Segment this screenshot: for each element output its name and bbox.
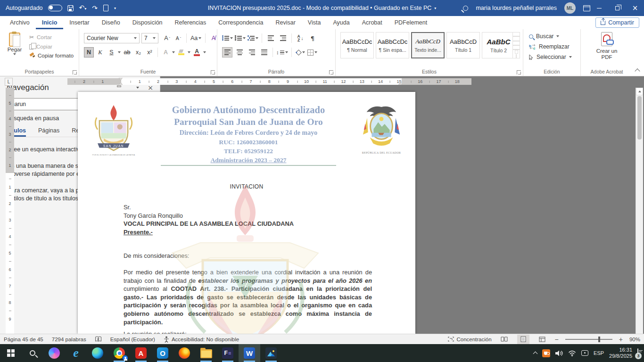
increase-indent-button[interactable] (278, 33, 288, 43)
format-painter-button[interactable]: Copiar formato (29, 53, 74, 58)
subscript-button[interactable]: x₂ (133, 47, 143, 58)
zoom-slider-thumb[interactable] (598, 337, 600, 342)
taskbar-search-button[interactable] (22, 344, 43, 362)
read-mode-icon[interactable] (498, 335, 511, 344)
style-normal[interactable]: AaBbCcDc ¶ Normal (340, 32, 374, 58)
tab-acrobat[interactable]: Acrobat (356, 16, 388, 29)
show-marks-button[interactable]: ¶ (307, 33, 318, 43)
style-sin-espaciado[interactable]: AaBbCcDc ¶ Sin espa... (376, 32, 409, 58)
first-line-indent-marker[interactable] (119, 78, 123, 81)
close-button[interactable]: × (626, 0, 644, 16)
font-dialog-launcher-icon[interactable] (211, 70, 215, 74)
qat-customize-icon[interactable]: ▾ (114, 6, 116, 10)
tab-diseno[interactable]: Diseño (96, 16, 126, 29)
justify-button[interactable] (259, 47, 269, 58)
redo-icon[interactable]: ↷ (92, 5, 98, 11)
align-center-button[interactable] (234, 47, 245, 58)
tab-disposicion[interactable]: Disposición (126, 16, 169, 29)
highlight-button[interactable] (176, 47, 186, 58)
tab-correspondencia[interactable]: Correspondencia (212, 16, 269, 29)
decrease-indent-button[interactable] (265, 33, 276, 43)
language-indicator[interactable]: Español (Ecuador) (110, 337, 155, 342)
restore-button[interactable] (608, 0, 626, 16)
superscript-button[interactable]: x² (145, 47, 155, 58)
proofing-icon[interactable] (95, 336, 102, 342)
font-color-button[interactable]: A (192, 47, 202, 58)
bullet-list-button[interactable] (222, 33, 233, 43)
ribbon-display-options-icon[interactable] (583, 5, 590, 11)
grow-font-button[interactable]: Aˆ (162, 33, 172, 43)
styles-gallery-more-icon[interactable] (512, 49, 520, 58)
tab-archivo[interactable]: Archivo (4, 16, 36, 29)
hanging-indent-marker[interactable] (119, 82, 123, 85)
style-titulo-1[interactable]: AaBbCcD Título 1 (446, 32, 480, 58)
align-left-button[interactable] (222, 47, 232, 58)
tray-expand-icon[interactable] (533, 352, 538, 356)
keyboard-language[interactable]: ESP (594, 350, 604, 356)
change-case-button[interactable]: Aa (190, 33, 202, 43)
undo-icon[interactable]: ↶▾ (79, 4, 87, 12)
navigation-chevron-icon[interactable] (136, 87, 139, 89)
font-family-select[interactable]: Courier New (84, 33, 140, 43)
volume-icon[interactable] (555, 350, 563, 356)
web-layout-icon[interactable] (536, 335, 548, 344)
sort-button[interactable]: AZ↓ (295, 33, 305, 43)
outlook-button[interactable]: O (152, 344, 173, 362)
acrobat-button[interactable]: A (130, 344, 152, 362)
navpane-tab-paginas[interactable]: Páginas (38, 127, 59, 137)
horizontal-ruler[interactable]: 21 123456789101112131415 161718 (67, 78, 471, 85)
replace-button[interactable]: bc Reemplazar (529, 43, 572, 50)
shading-button[interactable] (295, 47, 305, 58)
new-document-icon[interactable] (103, 5, 108, 11)
paragraph-dialog-launcher-icon[interactable] (329, 70, 333, 74)
notification-center-button[interactable]: 3 (637, 349, 638, 357)
title-chevron-icon[interactable]: ▾ (434, 6, 436, 10)
line-spacing-button[interactable]: ↕ (276, 47, 288, 58)
style-titulo-2[interactable]: AaBbC Título 2 (482, 32, 515, 58)
find-button[interactable]: Buscar (529, 33, 572, 40)
chrome-button[interactable] (108, 344, 130, 362)
zoom-in-button[interactable]: + (619, 336, 623, 343)
connect-icon[interactable] (581, 350, 588, 356)
styles-scroll-up-icon[interactable] (512, 32, 520, 41)
internet-explorer-button[interactable]: e (65, 344, 87, 362)
borders-button[interactable] (307, 47, 318, 58)
tab-pdfelement[interactable]: PDFelement (388, 16, 433, 29)
tab-vista[interactable]: Vista (302, 16, 327, 29)
styles-scroll-down-icon[interactable] (512, 41, 520, 50)
clipboard-dialog-launcher-icon[interactable] (73, 70, 77, 74)
tab-referencias[interactable]: Referencias (169, 16, 213, 29)
font-size-select[interactable]: 7 (141, 33, 158, 43)
java-update-icon[interactable] (542, 349, 550, 357)
minimize-button[interactable] (590, 0, 608, 16)
autosave-toggle[interactable] (48, 5, 62, 11)
photos-button[interactable] (260, 344, 282, 362)
edge-button[interactable] (87, 344, 108, 362)
word-button[interactable]: W (239, 344, 260, 362)
wifi-icon[interactable] (568, 350, 576, 356)
scrollbar-thumb[interactable] (637, 96, 642, 140)
tab-inicio[interactable]: Inicio (36, 16, 64, 29)
zoom-out-button[interactable]: − (555, 336, 559, 343)
avatar[interactable]: ML (564, 2, 576, 14)
italic-button[interactable]: K (95, 47, 105, 58)
file-explorer-button[interactable] (195, 344, 217, 362)
tab-ayuda[interactable]: Ayuda (327, 16, 355, 29)
save-icon[interactable] (67, 5, 74, 11)
feo-app-button[interactable]: F≡ (217, 344, 239, 362)
text-effects-button[interactable]: A (161, 47, 171, 58)
vertical-scrollbar[interactable] (636, 88, 643, 334)
select-button[interactable]: Seleccionar (529, 54, 572, 60)
create-pdf-button[interactable]: Crear un PDF (581, 32, 633, 60)
tab-revisar[interactable]: Revisar (269, 16, 301, 29)
bold-button[interactable]: N (84, 47, 94, 58)
paste-button[interactable]: Pegar (4, 32, 25, 66)
accessibility-status[interactable]: Accesibilidad: No disponible (164, 336, 239, 343)
underline-button[interactable]: S (107, 47, 116, 58)
document-page[interactable]: 7 SAN JUAN POR EL HONOR Y LA GRAN (78, 92, 415, 334)
clock[interactable]: 16:31 29/8/2025 (609, 347, 632, 359)
style-texto-independiente[interactable]: AaBbCcD Texto inde... (411, 32, 445, 58)
styles-dialog-launcher-icon[interactable] (517, 70, 521, 74)
vertical-ruler[interactable]: 54321 123456789 (6, 88, 14, 334)
multilevel-list-button[interactable] (248, 33, 258, 43)
